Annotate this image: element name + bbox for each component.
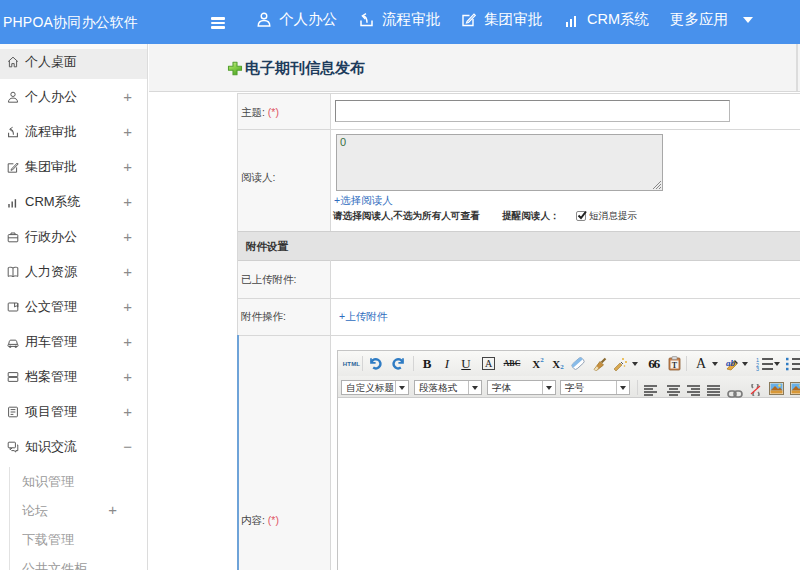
svg-text:ab: ab [726, 358, 736, 368]
svg-text:3: 3 [756, 366, 759, 371]
svg-text:T: T [672, 361, 678, 370]
